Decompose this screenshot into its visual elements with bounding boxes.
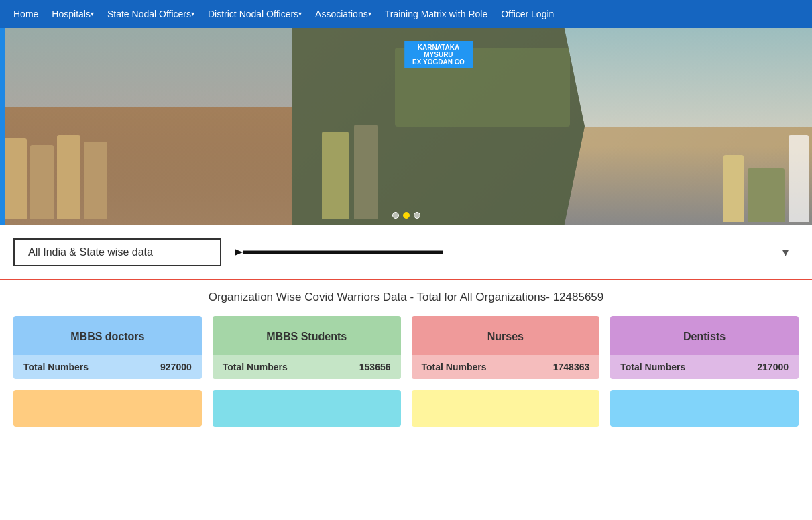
nav-associations[interactable]: Associations bbox=[308, 0, 378, 28]
carousel-dot-1[interactable] bbox=[392, 212, 399, 219]
stats-title: Organization Wise Covid Warriors Data - … bbox=[13, 291, 799, 304]
stat-card-dentists: Dentists Total Numbers 217000 bbox=[610, 316, 799, 379]
mbbs-doctors-title: MBBS doctors bbox=[13, 316, 202, 355]
stat-card-bottom-1 bbox=[13, 390, 202, 427]
carousel-dots bbox=[392, 212, 420, 219]
dropdown-chevron-icon[interactable]: ▾ bbox=[782, 245, 799, 260]
carousel-dot-2[interactable] bbox=[403, 212, 410, 219]
nav-district-nodal-dropdown[interactable]: District Nodal Officers bbox=[201, 0, 308, 28]
nav-associations-dropdown[interactable]: Associations bbox=[308, 0, 378, 28]
data-selector-row: All India & State wise data ▾ bbox=[13, 236, 799, 269]
bottom-card-2-header bbox=[213, 390, 401, 406]
bottom-card-4-header bbox=[610, 390, 799, 406]
nurses-value: 1748363 bbox=[553, 362, 590, 372]
stat-card-bottom-3 bbox=[412, 390, 600, 427]
dentists-title: Dentists bbox=[610, 316, 799, 355]
nurses-footer: Total Numbers 1748363 bbox=[412, 355, 600, 379]
banner-subtitle: MYSURU bbox=[412, 51, 465, 58]
mbbs-students-value: 153656 bbox=[359, 362, 391, 372]
nav-district-nodal[interactable]: District Nodal Officers bbox=[201, 0, 308, 28]
banner-title: KARNATAKA bbox=[412, 44, 465, 51]
arrow-indicator bbox=[235, 236, 449, 269]
nav-hospitals-dropdown[interactable]: Hospitals bbox=[45, 0, 101, 28]
stats-grid-bottom bbox=[13, 390, 799, 427]
stat-card-bottom-2 bbox=[213, 390, 401, 427]
bottom-card-1-header bbox=[13, 390, 202, 406]
nav-officer-login[interactable]: Officer Login bbox=[494, 0, 561, 28]
mbbs-students-title: MBBS Students bbox=[213, 316, 401, 355]
data-selector-section: All India & State wise data ▾ bbox=[0, 225, 812, 280]
dentists-value: 217000 bbox=[757, 362, 789, 372]
nav-state-nodal-dropdown[interactable]: State Nodal Officers bbox=[101, 0, 201, 28]
stat-card-nurses: Nurses Total Numbers 1748363 bbox=[412, 316, 600, 379]
main-nav: Home Hospitals State Nodal Officers Dist… bbox=[0, 0, 812, 28]
carousel-slides: KARNATAKA MYSURU EX YOGDAN CO bbox=[0, 28, 812, 225]
bottom-card-3-header bbox=[412, 390, 600, 406]
nav-training-matrix[interactable]: Training Matrix with Role bbox=[378, 0, 495, 28]
mbbs-doctors-footer: Total Numbers 927000 bbox=[13, 355, 202, 379]
stat-card-bottom-4 bbox=[610, 390, 799, 427]
left-arrow-icon bbox=[235, 236, 449, 269]
banner-sub2: EX YOGDAN CO bbox=[412, 58, 465, 66]
stats-grid: MBBS doctors Total Numbers 927000 MBBS S… bbox=[13, 316, 799, 379]
hero-carousel: KARNATAKA MYSURU EX YOGDAN CO bbox=[0, 28, 812, 225]
mbbs-students-footer: Total Numbers 153656 bbox=[213, 355, 401, 379]
mbbs-students-label: Total Numbers bbox=[223, 362, 288, 372]
nurses-title: Nurses bbox=[412, 316, 600, 355]
selector-label: All India & State wise data bbox=[28, 246, 153, 258]
nurses-label: Total Numbers bbox=[422, 362, 487, 372]
carousel-dot-3[interactable] bbox=[414, 212, 420, 219]
stats-section: Organization Wise Covid Warriors Data - … bbox=[0, 280, 812, 440]
carousel-slide-1: KARNATAKA MYSURU EX YOGDAN CO bbox=[0, 28, 812, 225]
dentists-footer: Total Numbers 217000 bbox=[610, 355, 799, 379]
state-selector-box[interactable]: All India & State wise data bbox=[13, 238, 221, 266]
nav-state-nodal[interactable]: State Nodal Officers bbox=[101, 0, 201, 28]
nav-hospitals[interactable]: Hospitals bbox=[45, 0, 101, 28]
stat-card-mbbs-students: MBBS Students Total Numbers 153656 bbox=[213, 316, 401, 379]
dentists-label: Total Numbers bbox=[620, 362, 685, 372]
mbbs-doctors-value: 927000 bbox=[160, 362, 192, 372]
mbbs-doctors-label: Total Numbers bbox=[23, 362, 89, 372]
stat-card-mbbs-doctors: MBBS doctors Total Numbers 927000 bbox=[13, 316, 202, 379]
nav-home[interactable]: Home bbox=[7, 0, 45, 28]
